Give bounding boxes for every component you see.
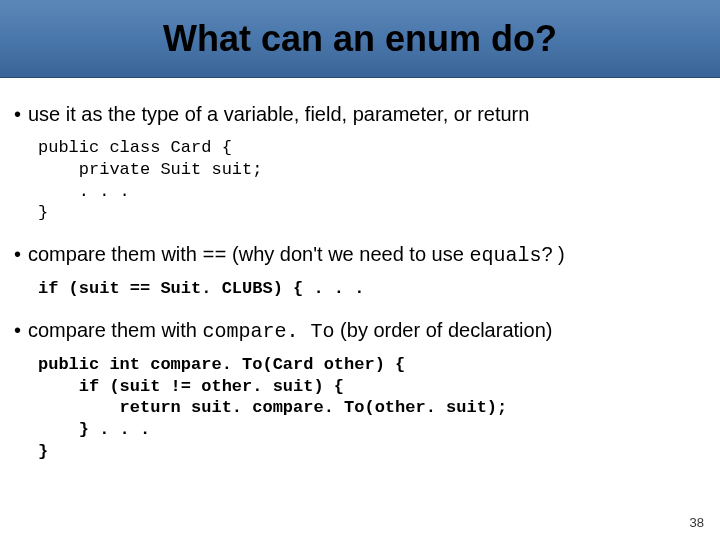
bullet-dot-icon: • bbox=[14, 242, 28, 267]
bullet-3-code: compare. To bbox=[203, 320, 335, 343]
bullet-2-code-a: == bbox=[203, 244, 227, 267]
title-bar: What can an enum do? bbox=[0, 0, 720, 78]
slide-title: What can an enum do? bbox=[163, 18, 557, 60]
bullet-2-code-b: equals bbox=[469, 244, 541, 267]
bullet-2: •compare them with == (why don't we need… bbox=[14, 242, 706, 268]
bullet-3-text-b: (by order of declaration) bbox=[335, 319, 553, 341]
bullet-1-text: use it as the type of a variable, field,… bbox=[28, 103, 529, 125]
slide-content: •use it as the type of a variable, field… bbox=[0, 78, 720, 463]
code-block-2: if (suit == Suit. CLUBS) { . . . bbox=[38, 278, 706, 300]
code-block-1: public class Card { private Suit suit; .… bbox=[38, 137, 706, 224]
bullet-2-text-b: (why don't we need to use bbox=[227, 243, 470, 265]
bullet-3: •compare them with compare. To (by order… bbox=[14, 318, 706, 344]
code-block-3: public int compare. To(Card other) { if … bbox=[38, 354, 706, 463]
bullet-dot-icon: • bbox=[14, 102, 28, 127]
bullet-2-text-c: ? ) bbox=[541, 243, 564, 265]
bullet-2-text-a: compare them with bbox=[28, 243, 203, 265]
bullet-dot-icon: • bbox=[14, 318, 28, 343]
bullet-1: •use it as the type of a variable, field… bbox=[14, 102, 706, 127]
bullet-3-text-a: compare them with bbox=[28, 319, 203, 341]
page-number: 38 bbox=[690, 515, 704, 530]
